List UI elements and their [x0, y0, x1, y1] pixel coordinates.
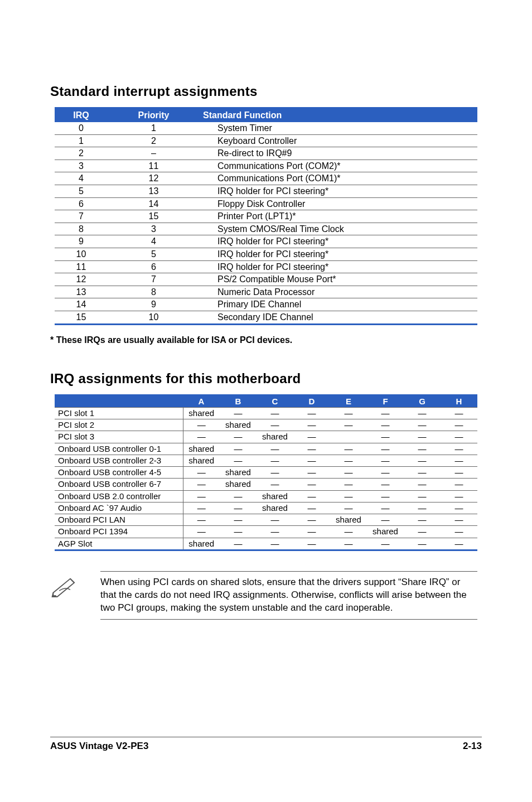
t1-cell-priority: 5 — [108, 248, 200, 260]
t2-cell: shared — [183, 407, 220, 419]
t2-header-col: H — [441, 396, 477, 408]
t2-cell: — — [220, 407, 257, 419]
table-row: 1510Secondary IDE Channel — [55, 311, 477, 323]
t2-cell: — — [441, 419, 477, 431]
t2-cell: — — [220, 431, 257, 443]
t2-cell: shared — [257, 490, 293, 502]
t2-cell: — — [293, 467, 330, 479]
t2-cell: shared — [220, 419, 257, 431]
motherboard-irq-table: ABCDEFGH PCI slot 1shared———————PCI slot… — [55, 394, 477, 551]
t2-cell: — — [367, 479, 404, 490]
t2-cell: shared — [183, 538, 220, 549]
t2-cell: — — [183, 431, 220, 443]
t2-cell: — — [441, 538, 477, 549]
t2-row-label: PCI slot 1 — [55, 407, 183, 419]
t2-row-label: Onboard AC `97 Audio — [55, 502, 183, 514]
t2-cell: — — [183, 490, 220, 502]
t2-cell: shared — [257, 431, 293, 443]
t2-cell: — — [441, 490, 477, 502]
t1-cell-priority: 2 — [108, 134, 200, 147]
t2-cell: — — [257, 526, 293, 538]
t1-cell-priority: 14 — [108, 197, 200, 210]
t1-cell-priority: 12 — [108, 172, 200, 185]
t1-cell-priority: 11 — [108, 160, 200, 172]
t2-row-label: Onboard USB controller 4-5 — [55, 467, 183, 479]
t2-cell: — — [257, 467, 293, 479]
heading-standard-interrupt: Standard interrupt assignments — [50, 84, 482, 99]
table-row: 149Primary IDE Channel — [55, 298, 477, 311]
t2-header-col: C — [257, 396, 293, 408]
irq-footnote: * These IRQs are usually available for I… — [50, 335, 482, 345]
t2-cell: — — [404, 526, 441, 538]
t1-cell-irq: 13 — [55, 286, 108, 298]
t2-cell: — — [293, 479, 330, 490]
t2-cell: — — [293, 538, 330, 549]
t2-cell: — — [183, 467, 220, 479]
t2-cell: — — [441, 443, 477, 455]
table-row: 311Communications Port (COM2)* — [55, 160, 477, 172]
t1-cell-function: Numeric Data Processor — [200, 286, 477, 298]
t1-cell-function: Floppy Disk Controller — [200, 197, 477, 210]
t2-cell: — — [220, 526, 257, 538]
t1-cell-priority: 13 — [108, 185, 200, 197]
t1-cell-function: Primary IDE Channel — [200, 298, 477, 311]
t1-cell-function: Re-direct to IRQ#9 — [200, 147, 477, 160]
t1-header-irq: IRQ — [55, 109, 108, 122]
table-row: 412Communications Port (COM1)* — [55, 172, 477, 185]
t2-cell: — — [220, 514, 257, 526]
t2-cell: — — [404, 443, 441, 455]
t2-row-label: Onboard USB 2.0 controller — [55, 490, 183, 502]
t2-cell: — — [367, 443, 404, 455]
t2-row-label: PCI slot 3 — [55, 431, 183, 443]
t2-cell: — — [220, 455, 257, 466]
t2-cell: — — [441, 407, 477, 419]
standard-irq-table: IRQ Priority Standard Function 01System … — [55, 107, 477, 325]
table-row: 127PS/2 Compatible Mouse Port* — [55, 273, 477, 286]
table-row: 138Numeric Data Processor — [55, 286, 477, 298]
table-row: AGP Slotshared——————— — [55, 538, 477, 549]
t2-cell: — — [367, 419, 404, 431]
footer-page-number: 2-13 — [463, 741, 482, 752]
t1-cell-irq: 8 — [55, 223, 108, 235]
t1-cell-irq: 6 — [55, 197, 108, 210]
t1-cell-irq: 4 — [55, 172, 108, 185]
table-row: Onboard USB controller 2-3shared——————— — [55, 455, 477, 466]
t2-row-label: Onboard USB controller 0-1 — [55, 443, 183, 455]
t1-cell-function: Keyboard Controller — [200, 134, 477, 147]
t2-cell: — — [441, 514, 477, 526]
t1-cell-irq: 5 — [55, 185, 108, 197]
table-row: 94IRQ holder for PCI steering* — [55, 235, 477, 248]
t2-header-col: E — [330, 396, 367, 408]
t1-cell-function: PS/2 Compatible Mouse Port* — [200, 273, 477, 286]
t1-cell-priority: – — [108, 147, 200, 160]
t2-row-label: Onboard USB controller 6-7 — [55, 479, 183, 490]
t1-cell-function: IRQ holder for PCI steering* — [200, 185, 477, 197]
t1-cell-function: System CMOS/Real Time Clock — [200, 223, 477, 235]
t2-cell: — — [367, 538, 404, 549]
t2-header-col: B — [220, 396, 257, 408]
t2-cell — [330, 431, 367, 443]
t1-cell-irq: 11 — [55, 260, 108, 273]
t1-cell-irq: 7 — [55, 210, 108, 223]
t2-cell: — — [367, 467, 404, 479]
t2-cell: — — [293, 443, 330, 455]
t2-cell: — — [220, 502, 257, 514]
table-row: Onboard AC `97 Audio——shared————— — [55, 502, 477, 514]
footer-product: ASUS Vintage V2-PE3 — [50, 741, 148, 752]
t2-cell: — — [220, 490, 257, 502]
table-row: Onboard USB controller 6-7—shared—————— — [55, 479, 477, 490]
t1-cell-irq: 3 — [55, 160, 108, 172]
t2-cell: — — [330, 479, 367, 490]
t2-cell: — — [367, 490, 404, 502]
t2-cell: — — [330, 407, 367, 419]
t2-cell: — — [404, 479, 441, 490]
t2-cell: — — [441, 526, 477, 538]
t2-cell: — — [330, 490, 367, 502]
t2-header-col: G — [404, 396, 441, 408]
table-row: PCI slot 1shared——————— — [55, 407, 477, 419]
t1-cell-function: Communications Port (COM1)* — [200, 172, 477, 185]
t2-cell: — — [367, 407, 404, 419]
t2-cell: — — [257, 514, 293, 526]
t2-cell: shared — [220, 467, 257, 479]
t2-cell: — — [183, 419, 220, 431]
